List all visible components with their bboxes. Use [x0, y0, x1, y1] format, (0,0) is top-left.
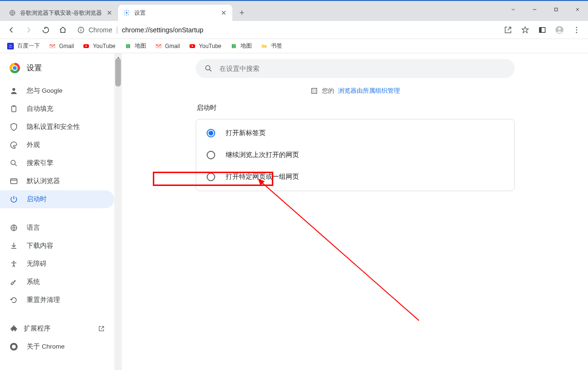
sidebar-item-search-engine[interactable]: 搜索引擎	[0, 154, 114, 172]
option-label: 打开特定网页或一组网页	[226, 173, 299, 181]
sidebar-item-extensions[interactable]: 扩展程序	[0, 320, 114, 338]
svg-rect-18	[13, 106, 15, 107]
sidebar-item-on-startup[interactable]: 启动时	[0, 190, 114, 208]
browser-tab[interactable]: 设置 ✕	[118, 5, 232, 21]
radio-icon[interactable]	[207, 151, 215, 159]
kebab-menu-icon[interactable]	[571, 24, 582, 36]
sidebar-item-languages[interactable]: 语言	[0, 219, 114, 237]
chevron-down-icon[interactable]	[502, 1, 524, 18]
back-button[interactable]	[4, 22, 19, 38]
svg-point-4	[80, 28, 81, 29]
svg-rect-24	[311, 88, 317, 94]
sidebar-item-label: 搜索引擎	[27, 159, 53, 167]
option-label: 打开新标签页	[226, 129, 266, 137]
radio-icon[interactable]	[207, 173, 215, 181]
settings-content: 设置 您与 Google 自动填充 隐私设置和安全性 外观 搜索引擎 默认浏览器…	[0, 53, 588, 370]
svg-rect-5	[80, 29, 81, 31]
wrench-icon	[10, 278, 18, 286]
person-icon	[10, 87, 18, 95]
close-button[interactable]	[567, 1, 588, 18]
bookmark-item[interactable]: 书签	[260, 42, 282, 50]
building-icon	[310, 87, 318, 95]
sidebar-item-label: 关于 Chrome	[27, 342, 65, 351]
sidebar-item-label: 外观	[27, 141, 40, 149]
palette-icon	[10, 141, 18, 149]
settings-search-input[interactable]	[219, 65, 506, 72]
bookmark-item[interactable]: YouTube	[189, 42, 221, 50]
minimize-button[interactable]	[524, 1, 545, 18]
bookmark-item[interactable]: 地图	[230, 42, 252, 50]
profile-avatar-icon[interactable]	[554, 24, 565, 36]
sidebar-item-system[interactable]: 系统	[0, 273, 114, 291]
reload-button[interactable]	[38, 22, 53, 38]
sidebar-header: 设置	[0, 61, 122, 82]
baidu-icon	[7, 42, 14, 50]
chrome-icon	[10, 342, 18, 351]
share-icon[interactable]	[502, 24, 514, 36]
bookmark-label: 地图	[240, 42, 252, 50]
bookmark-item[interactable]: 地图	[124, 42, 146, 50]
bookmark-item[interactable]: YouTube	[82, 42, 115, 50]
bookmark-item[interactable]: Gmail	[49, 42, 74, 50]
side-panel-icon[interactable]	[537, 24, 548, 36]
clipboard-icon	[10, 105, 18, 113]
maximize-button[interactable]	[545, 1, 567, 18]
bookmark-star-icon[interactable]	[519, 24, 531, 36]
bookmark-label: 百度一下	[17, 42, 40, 50]
settings-gear-icon	[123, 9, 130, 17]
sidebar-item-accessibility[interactable]: 无障碍	[0, 255, 114, 273]
sidebar-scrollbar[interactable]: ▴	[114, 53, 122, 370]
bookmark-label: 书签	[271, 42, 282, 50]
sidebar-item-default-browser[interactable]: 默认浏览器	[0, 172, 114, 190]
home-button[interactable]	[55, 22, 70, 38]
option-continue[interactable]: 继续浏览上次打开的网页	[196, 144, 514, 166]
site-info-icon[interactable]	[77, 26, 85, 34]
tab-title: 设置	[134, 9, 216, 17]
bookmark-item[interactable]: Gmail	[155, 42, 180, 50]
sidebar-item-downloads[interactable]: 下载内容	[0, 237, 114, 255]
shield-icon	[10, 123, 18, 131]
youtube-icon	[189, 42, 196, 50]
search-icon	[10, 159, 18, 167]
svg-point-19	[11, 160, 15, 165]
svg-point-23	[206, 66, 210, 70]
svg-point-22	[13, 261, 15, 262]
managed-prefix: 您的	[322, 87, 334, 95]
sidebar-item-privacy[interactable]: 隐私设置和安全性	[0, 118, 114, 136]
sidebar-item-label: 隐私设置和安全性	[27, 123, 80, 131]
option-specific-pages[interactable]: 打开特定网页或一组网页	[196, 166, 514, 188]
close-icon[interactable]: ✕	[220, 9, 228, 17]
sidebar-item-label: 重置并清理	[27, 296, 60, 304]
svg-rect-2	[555, 8, 558, 11]
search-icon	[204, 64, 213, 73]
close-icon[interactable]: ✕	[106, 9, 113, 17]
settings-sidebar: 设置 您与 Google 自动填充 隐私设置和安全性 外观 搜索引擎 默认浏览器…	[0, 53, 122, 370]
sidebar-item-appearance[interactable]: 外观	[0, 136, 114, 154]
svg-point-16	[12, 88, 15, 91]
address-bar[interactable]: Chrome | chrome://settings/onStartup	[72, 23, 500, 37]
sidebar-item-autofill[interactable]: 自动填充	[0, 100, 114, 118]
managed-link[interactable]: 浏览器由所属组织管理	[338, 87, 400, 95]
settings-search[interactable]	[196, 59, 515, 78]
reset-icon	[10, 296, 18, 304]
maps-icon	[230, 42, 238, 50]
sidebar-item-reset[interactable]: 重置并清理	[0, 291, 114, 309]
svg-rect-7	[539, 27, 542, 32]
chrome-logo-icon	[10, 63, 20, 73]
browser-toolbar: Chrome | chrome://settings/onStartup	[0, 21, 588, 39]
new-tab-button[interactable]: +	[235, 6, 249, 19]
sidebar-item-about-chrome[interactable]: 关于 Chrome	[0, 338, 114, 356]
option-new-tab[interactable]: 打开新标签页	[196, 122, 514, 144]
forward-button[interactable]	[21, 22, 36, 38]
power-icon	[10, 195, 18, 204]
bookmark-label: 地图	[135, 42, 146, 50]
managed-notice: 您的浏览器由所属组织管理	[310, 87, 400, 95]
sidebar-item-label: 默认浏览器	[27, 177, 60, 185]
radio-icon[interactable]	[207, 129, 215, 137]
bookmark-item[interactable]: 百度一下	[7, 42, 40, 50]
browser-tab[interactable]: 谷歌浏览器下载安装-谷歌浏览器 ✕	[4, 5, 118, 21]
browser-icon	[10, 177, 18, 185]
svg-point-9	[558, 27, 561, 30]
sidebar-item-you-and-google[interactable]: 您与 Google	[0, 82, 114, 100]
scrollbar-thumb[interactable]	[115, 58, 121, 87]
